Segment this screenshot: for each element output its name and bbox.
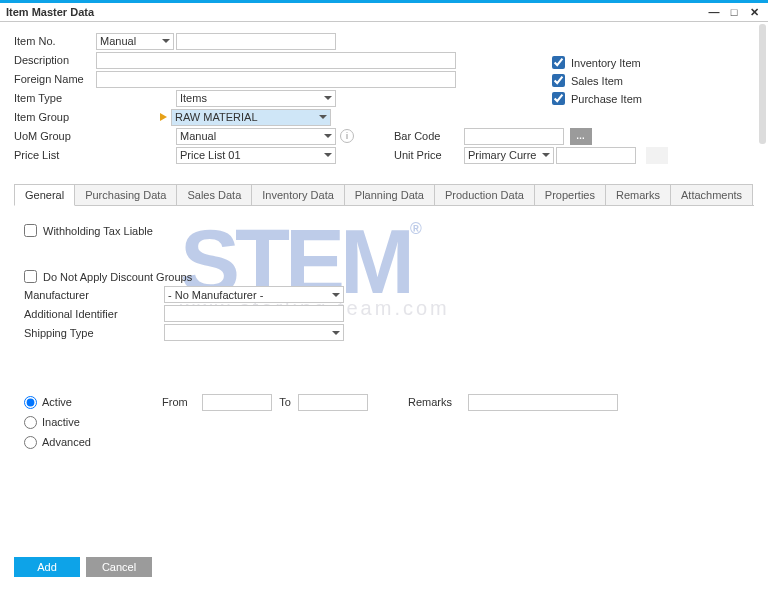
price-list-label: Price List [14,149,96,161]
shipping-type-label: Shipping Type [24,327,164,339]
maximize-icon[interactable]: □ [726,5,742,19]
additional-id-input[interactable] [164,305,344,322]
status-advanced-radio[interactable] [24,436,37,449]
from-input[interactable] [202,394,272,411]
no-discount-check[interactable]: Do Not Apply Discount Groups [24,268,744,285]
checkbox-icon[interactable] [24,270,37,283]
to-input[interactable] [298,394,368,411]
close-icon[interactable]: ✕ [746,5,762,19]
tabbar: General Purchasing Data Sales Data Inven… [14,184,754,206]
tab-general[interactable]: General [14,184,75,206]
additional-id-label: Additional Identifier [24,308,164,320]
item-no-input[interactable] [176,33,336,50]
tab-attachments[interactable]: Attachments [670,184,753,205]
from-label: From [162,396,202,408]
barcode-browse-button[interactable]: … [570,128,592,145]
status-inactive-radio[interactable] [24,416,37,429]
tab-planning[interactable]: Planning Data [344,184,435,205]
status-inactive-label: Inactive [42,416,80,428]
item-no-label: Item No. [14,35,96,47]
remarks-label: Remarks [408,396,468,408]
tab-purchasing[interactable]: Purchasing Data [74,184,177,205]
price-list-combo[interactable]: Price List 01 [176,147,336,164]
tab-inventory[interactable]: Inventory Data [251,184,345,205]
manufacturer-combo[interactable]: - No Manufacturer - [164,286,344,303]
manufacturer-label: Manufacturer [24,289,164,301]
foreign-name-label: Foreign Name [14,73,96,85]
cancel-button[interactable]: Cancel [86,557,152,577]
checkbox-icon[interactable] [552,92,565,105]
tab-properties[interactable]: Properties [534,184,606,205]
tab-production[interactable]: Production Data [434,184,535,205]
link-arrow-icon[interactable] [160,113,167,121]
status-active-label: Active [42,396,162,408]
status-advanced-label: Advanced [42,436,91,448]
description-label: Description [14,54,96,66]
checkbox-icon[interactable] [24,224,37,237]
description-input[interactable] [96,52,456,69]
item-group-label: Item Group [14,111,96,123]
item-group-combo[interactable]: RAW MATERIAL [171,109,331,126]
window-title: Item Master Data [6,6,94,18]
barcode-label: Bar Code [394,130,464,142]
uom-group-combo[interactable]: Manual [176,128,336,145]
checkbox-icon[interactable] [552,74,565,87]
minimize-icon[interactable]: — [706,5,722,19]
foreign-name-input[interactable] [96,71,456,88]
tab-sales[interactable]: Sales Data [176,184,252,205]
unit-price-input[interactable] [556,147,636,164]
withholding-tax-check[interactable]: Withholding Tax Liable [24,222,744,239]
shipping-type-combo[interactable] [164,324,344,341]
sales-item-check[interactable]: Sales Item [552,72,642,89]
unit-price-label: Unit Price [394,149,464,161]
item-type-combo[interactable]: Items [176,90,336,107]
checkbox-icon[interactable] [552,56,565,69]
status-active-radio[interactable] [24,396,37,409]
uom-group-label: UoM Group [14,130,96,142]
purchase-item-check[interactable]: Purchase Item [552,90,642,107]
remarks-input[interactable] [468,394,618,411]
unit-price-currency-combo[interactable]: Primary Curre [464,147,554,164]
to-label: To [272,396,298,408]
inventory-item-check[interactable]: Inventory Item [552,54,642,71]
item-type-label: Item Type [14,92,96,104]
tab-remarks[interactable]: Remarks [605,184,671,205]
item-no-mode-combo[interactable]: Manual [96,33,174,50]
barcode-input[interactable] [464,128,564,145]
info-icon[interactable]: i [340,129,354,143]
add-button[interactable]: Add [14,557,80,577]
price-extra-box [646,147,668,164]
